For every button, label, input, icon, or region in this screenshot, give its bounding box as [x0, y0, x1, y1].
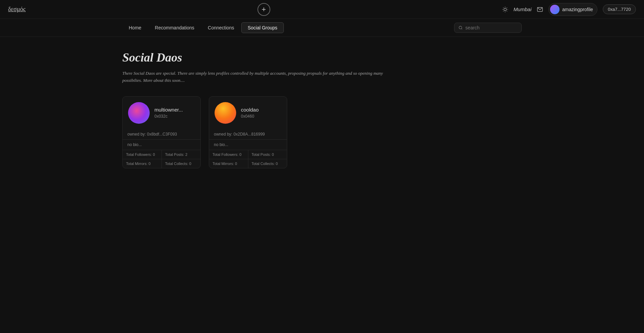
tab-connections[interactable]: Connections: [201, 22, 241, 33]
card-info: cooldao 0x0460: [241, 107, 259, 119]
card-bio: no bio...: [123, 140, 200, 150]
dao-card-cooldao[interactable]: cooldao 0x0460 owned by: 0x2D8A...816999…: [209, 96, 287, 168]
search-input[interactable]: [465, 25, 517, 30]
card-avatar-multiowner: [128, 102, 150, 124]
nav-tabs: Home Recommandations Connections Social …: [122, 22, 284, 33]
svg-line-4: [506, 11, 507, 11]
card-name: multiowner...: [154, 107, 183, 113]
mail-icon: [537, 6, 543, 13]
page-title: Social Daos: [122, 50, 522, 65]
svg-line-3: [503, 7, 503, 8]
card-total-collects: Total Collects: 0: [248, 159, 287, 168]
card-header: cooldao 0x0460: [209, 97, 287, 129]
svg-line-8: [506, 7, 507, 8]
mail-button[interactable]: [537, 6, 543, 13]
card-info: multiowner... 0x032c: [154, 107, 183, 119]
svg-line-7: [503, 11, 503, 11]
card-bio: no bio...: [209, 140, 287, 150]
svg-point-10: [459, 26, 462, 29]
search-bar[interactable]: [454, 23, 522, 33]
card-stats-row-1: Total Followers: 0 Total Posts: 0: [209, 150, 287, 159]
logo[interactable]: δεσμός: [8, 6, 26, 13]
svg-line-11: [462, 28, 462, 29]
card-total-followers: Total Followers: 0: [209, 150, 248, 159]
page-description: There Social Daos are special. There are…: [122, 70, 386, 84]
card-address: 0x032c: [154, 114, 183, 119]
tab-recommandations[interactable]: Recommandations: [148, 22, 201, 33]
main-content: Social Daos There Social Daos are specia…: [0, 37, 644, 182]
add-button[interactable]: +: [257, 3, 270, 16]
card-name: cooldao: [241, 107, 259, 113]
nav-bar: Home Recommandations Connections Social …: [0, 19, 644, 37]
card-owned-by: owned by: 0x2D8A...816999: [209, 129, 287, 140]
header-center: +: [257, 3, 270, 16]
card-address: 0x0460: [241, 114, 259, 119]
profile-name: amazingprofile: [562, 7, 593, 12]
card-header: multiowner... 0x032c: [123, 97, 200, 129]
tab-social-groups[interactable]: Social Groups: [241, 22, 284, 33]
card-total-mirrors: Total Mirrors: 0: [209, 159, 248, 168]
header-right: Mumbai amazingprofile 0xa7...7720: [502, 3, 636, 16]
card-total-collects: Total Collects: 0: [162, 159, 201, 168]
card-total-followers: Total Followers: 0: [123, 150, 162, 159]
theme-toggle-button[interactable]: [502, 6, 508, 13]
location-text: Mumbai: [514, 6, 531, 12]
tab-home[interactable]: Home: [122, 22, 148, 33]
card-stats-row-1: Total Followers: 0 Total Posts: 2: [123, 150, 200, 159]
card-total-posts: Total Posts: 0: [248, 150, 287, 159]
wallet-address[interactable]: 0xa7...7720: [603, 4, 636, 14]
card-total-posts: Total Posts: 2: [162, 150, 201, 159]
profile-pill[interactable]: amazingprofile: [548, 3, 597, 16]
card-stats-row-2: Total Mirrors: 0 Total Collects: 0: [209, 159, 287, 168]
card-total-mirrors: Total Mirrors: 0: [123, 159, 162, 168]
card-avatar-cooldao: [215, 102, 236, 124]
search-icon: [459, 25, 463, 30]
card-owned-by: owned by: 0x8bdf...C3F093: [123, 129, 200, 140]
dao-card-multiowner[interactable]: multiowner... 0x032c owned by: 0x8bdf...…: [122, 96, 201, 168]
avatar: [550, 5, 560, 14]
card-stats-row-2: Total Mirrors: 0 Total Collects: 0: [123, 159, 200, 168]
header: δεσμός + Mumbai: [0, 0, 644, 19]
sun-icon: [502, 6, 508, 13]
cards-grid: multiowner... 0x032c owned by: 0x8bdf...…: [122, 96, 522, 168]
svg-point-0: [504, 8, 506, 11]
